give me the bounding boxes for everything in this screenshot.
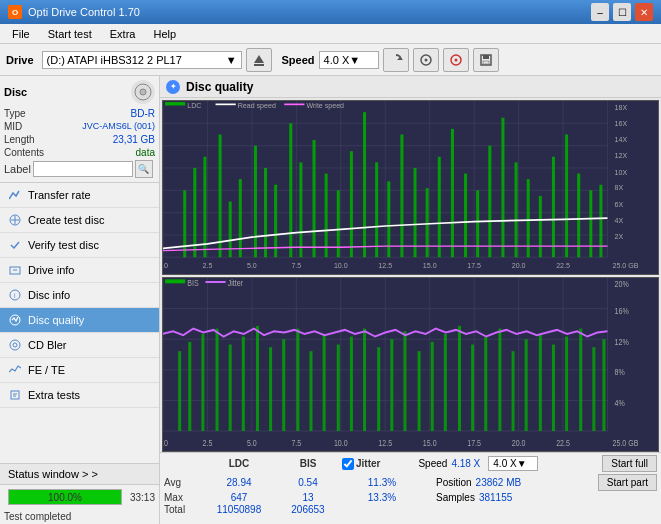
max-label: Max: [164, 492, 200, 503]
eject-button[interactable]: [246, 48, 272, 72]
nav-label: CD Bler: [28, 339, 67, 351]
verify-icon: [8, 238, 22, 252]
svg-text:20.0: 20.0: [512, 261, 526, 270]
drive-toolbar: Drive (D:) ATAPI iHBS312 2 PL17 ▼ Speed …: [0, 44, 661, 76]
svg-text:6X: 6X: [615, 200, 624, 209]
drive-label: Drive: [6, 54, 34, 66]
svg-rect-162: [565, 337, 568, 431]
svg-text:10.0: 10.0: [334, 438, 348, 448]
app-title: Opti Drive Control 1.70: [28, 6, 140, 18]
refresh-button[interactable]: [383, 48, 409, 72]
quality-icon: [8, 313, 22, 327]
nav-transfer-rate[interactable]: Transfer rate: [0, 183, 159, 208]
speed-select[interactable]: 4.0 X ▼: [319, 51, 379, 69]
svg-rect-150: [403, 331, 406, 431]
svg-marker-0: [254, 55, 264, 63]
svg-rect-80: [539, 196, 542, 257]
svg-text:5.0: 5.0: [247, 261, 257, 270]
disc-icon: [131, 80, 155, 104]
svg-text:16%: 16%: [615, 306, 630, 316]
nav-verify-test-disc[interactable]: Verify test disc: [0, 233, 159, 258]
svg-rect-66: [363, 112, 366, 257]
drive-select[interactable]: (D:) ATAPI iHBS312 2 PL17 ▼: [42, 51, 242, 69]
svg-text:12.5: 12.5: [378, 261, 392, 270]
svg-rect-63: [325, 174, 328, 258]
max-jitter: 13.3%: [342, 492, 422, 503]
svg-rect-142: [296, 329, 299, 431]
nav-disc-info[interactable]: i Disc info: [0, 283, 159, 308]
type-value: BD-R: [131, 108, 155, 119]
svg-rect-134: [188, 342, 191, 431]
svg-rect-84: [589, 190, 592, 257]
menu-help[interactable]: Help: [145, 27, 184, 41]
svg-rect-106: [165, 102, 185, 105]
close-button[interactable]: ✕: [635, 3, 653, 21]
total-label: Total: [164, 504, 200, 515]
svg-text:12.5: 12.5: [378, 438, 392, 448]
label-input[interactable]: [33, 161, 133, 177]
svg-rect-163: [579, 329, 582, 431]
speed-stat-select[interactable]: 4.0 X ▼: [488, 456, 538, 471]
nav-items: Transfer rate Create test disc Verify te…: [0, 183, 159, 463]
menu-start-test[interactable]: Start test: [40, 27, 100, 41]
maximize-button[interactable]: ☐: [613, 3, 631, 21]
svg-rect-133: [178, 351, 181, 431]
nav-fe-te[interactable]: FE / TE: [0, 358, 159, 383]
svg-rect-78: [515, 162, 518, 257]
svg-rect-74: [464, 174, 467, 258]
status-window-button[interactable]: Status window > >: [0, 464, 159, 485]
svg-text:16X: 16X: [615, 118, 628, 127]
svg-rect-157: [498, 329, 501, 431]
nav-disc-quality[interactable]: Disc quality: [0, 308, 159, 333]
svg-text:0.0: 0.0: [163, 438, 168, 448]
nav-label: FE / TE: [28, 364, 65, 376]
chart2: 20 15 10 5: [162, 277, 659, 452]
svg-text:2X: 2X: [615, 232, 624, 241]
start-full-button[interactable]: Start full: [602, 455, 657, 472]
nav-create-test-disc[interactable]: Create test disc: [0, 208, 159, 233]
svg-text:14X: 14X: [615, 135, 628, 144]
speed-select-val: 4.0 X: [493, 458, 516, 469]
svg-rect-67: [375, 162, 378, 257]
start-part-button[interactable]: Start part: [598, 474, 657, 491]
charts-area: 700 600 500 400 300 200 100: [160, 98, 661, 452]
svg-rect-76: [488, 146, 491, 258]
svg-rect-8: [483, 55, 489, 59]
samples-value: 381155: [479, 492, 512, 503]
save-button[interactable]: [473, 48, 499, 72]
app-icon: O: [8, 5, 22, 19]
jitter-checkbox[interactable]: [342, 458, 354, 470]
svg-rect-148: [377, 347, 380, 431]
svg-rect-61: [299, 162, 302, 257]
type-label: Type: [4, 108, 26, 119]
disc-panel: Disc Type BD-R MID JVC-AMS6L (001) Lengt…: [0, 76, 159, 183]
disc-button[interactable]: [413, 48, 439, 72]
extra-tests-icon: [8, 388, 22, 402]
label-button[interactable]: 🔍: [135, 160, 153, 178]
position-label: Position: [436, 477, 472, 488]
status-message: Test completed: [0, 509, 159, 524]
disc-quality-header: ✦ Disc quality: [160, 76, 661, 98]
svg-text:5.0: 5.0: [247, 438, 257, 448]
svg-rect-83: [577, 174, 580, 258]
svg-rect-73: [451, 129, 454, 257]
nav-drive-info[interactable]: Drive info: [0, 258, 159, 283]
svg-text:12%: 12%: [615, 337, 630, 347]
disc2-button[interactable]: [443, 48, 469, 72]
nav-cd-bler[interactable]: CD Bler: [0, 333, 159, 358]
sidebar: Disc Type BD-R MID JVC-AMS6L (001) Lengt…: [0, 76, 160, 524]
svg-text:12X: 12X: [615, 151, 628, 160]
svg-text:Write speed: Write speed: [306, 101, 344, 110]
disc-info-icon: i: [8, 288, 22, 302]
minimize-button[interactable]: –: [591, 3, 609, 21]
svg-point-11: [140, 89, 146, 95]
nav-label: Disc info: [28, 289, 70, 301]
svg-rect-161: [552, 345, 555, 432]
menu-file[interactable]: File: [4, 27, 38, 41]
svg-rect-70: [414, 168, 417, 257]
menu-extra[interactable]: Extra: [102, 27, 144, 41]
drive-info-icon: [8, 263, 22, 277]
svg-rect-164: [592, 347, 595, 431]
svg-text:8%: 8%: [615, 367, 626, 377]
nav-extra-tests[interactable]: Extra tests: [0, 383, 159, 408]
